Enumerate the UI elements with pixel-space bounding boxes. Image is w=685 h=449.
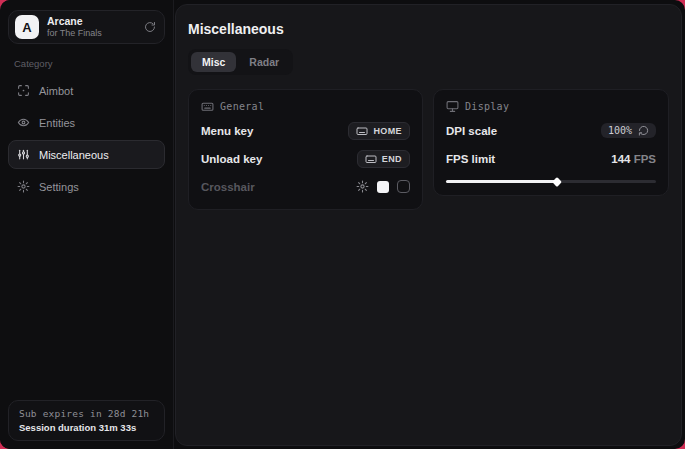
fps-limit-label: FPS limit <box>446 153 495 165</box>
display-card-header: Display <box>446 100 656 113</box>
keyboard-icon <box>201 100 214 113</box>
reset-icon[interactable] <box>638 125 649 136</box>
crosshair-color-swatch[interactable] <box>377 181 389 193</box>
category-label: Category <box>14 58 161 69</box>
sidebar-item-aimbot[interactable]: Aimbot <box>8 76 165 105</box>
fps-limit-value: 144 FPS <box>611 153 656 165</box>
crosshair-label: Crosshair <box>201 181 255 193</box>
general-card-title: General <box>220 101 264 112</box>
sliders-icon <box>17 148 30 161</box>
crosshair-scan-icon <box>17 84 30 97</box>
session-duration-text: Session duration 31m 33s <box>19 422 154 433</box>
subscription-info-box: Sub expires in 28d 21h Session duration … <box>8 400 165 441</box>
sidebar-item-label: Entities <box>39 117 75 129</box>
sidebar-item-miscellaneous[interactable]: Miscellaneous <box>8 140 165 169</box>
main-panel: Miscellaneous Misc Radar General <box>175 4 682 446</box>
cards-row: General Menu key HOME Unload key <box>188 89 669 210</box>
fps-slider-fill <box>446 180 557 183</box>
brand-subtitle: for The Finals <box>47 28 136 38</box>
dpi-scale-value: 100% <box>608 125 632 136</box>
menu-key-value: HOME <box>373 126 402 136</box>
monitor-icon <box>446 100 459 113</box>
gear-icon <box>17 180 30 193</box>
brand-title: Arcane <box>47 15 136 27</box>
sidebar-item-label: Settings <box>39 181 79 193</box>
fps-limit-slider[interactable] <box>446 180 656 183</box>
menu-key-row: Menu key HOME <box>201 120 410 141</box>
sidebar-item-entities[interactable]: Entities <box>8 108 165 137</box>
crosshair-controls <box>356 180 410 193</box>
sidebar: A Arcane for The Finals Category Aimbot <box>0 0 174 449</box>
fps-number: 144 <box>611 153 630 165</box>
brand-header: A Arcane for The Finals <box>8 10 165 44</box>
fps-limit-row: FPS limit 144 FPS <box>446 148 656 169</box>
brand-text: Arcane for The Finals <box>47 15 136 38</box>
menu-key-bind-button[interactable]: HOME <box>348 122 410 140</box>
general-card-header: General <box>201 100 410 113</box>
app-window: A Arcane for The Finals Category Aimbot <box>0 0 685 449</box>
fps-slider-thumb[interactable] <box>552 177 562 187</box>
refresh-icon[interactable] <box>144 21 156 33</box>
tab-radar[interactable]: Radar <box>238 52 290 72</box>
dpi-scale-label: DPI scale <box>446 125 497 137</box>
unload-key-row: Unload key END <box>201 148 410 169</box>
tab-misc[interactable]: Misc <box>191 52 236 72</box>
unload-key-bind-button[interactable]: END <box>357 150 410 168</box>
tab-bar: Misc Radar <box>188 49 293 75</box>
unload-key-value: END <box>382 154 402 164</box>
page-title: Miscellaneous <box>188 21 669 37</box>
crosshair-row: Crosshair <box>201 176 410 197</box>
brand-logo: A <box>15 15 39 39</box>
sub-expires-text: Sub expires in 28d 21h <box>19 408 154 419</box>
crosshair-checkbox[interactable] <box>397 180 410 193</box>
sidebar-item-label: Miscellaneous <box>39 149 109 161</box>
keyboard-icon <box>365 153 377 165</box>
crosshair-settings-gear-icon[interactable] <box>356 180 369 193</box>
fps-unit: FPS <box>634 153 656 165</box>
unload-key-label: Unload key <box>201 153 262 165</box>
display-card-title: Display <box>465 101 509 112</box>
general-card: General Menu key HOME Unload key <box>188 89 423 210</box>
entities-eye-icon <box>17 116 30 129</box>
sidebar-item-settings[interactable]: Settings <box>8 172 165 201</box>
sidebar-item-label: Aimbot <box>39 85 73 97</box>
keyboard-icon <box>356 125 368 137</box>
menu-key-label: Menu key <box>201 125 253 137</box>
display-card: Display DPI scale 100% FPS limit <box>433 89 669 196</box>
dpi-scale-row: DPI scale 100% <box>446 120 656 141</box>
dpi-scale-control[interactable]: 100% <box>601 123 656 138</box>
